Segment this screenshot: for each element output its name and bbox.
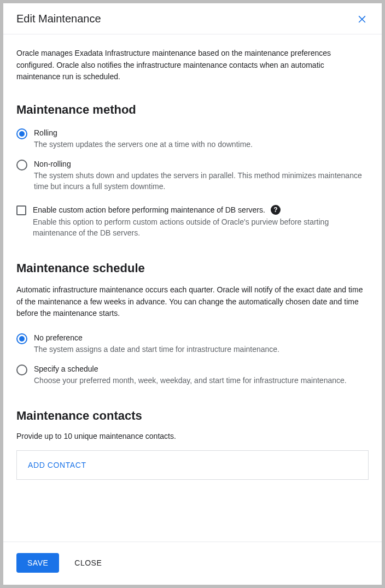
close-button[interactable]: CLOSE	[74, 558, 102, 567]
specify-schedule-option[interactable]: Specify a schedule Choose your preferred…	[16, 362, 369, 392]
rolling-desc: The system updates the servers one at a …	[34, 139, 253, 150]
custom-action-checkbox[interactable]	[16, 205, 26, 215]
maintenance-method-heading: Maintenance method	[16, 103, 369, 117]
nonrolling-desc: The system shuts down and updates the se…	[34, 170, 369, 192]
no-preference-desc: The system assigns a date and start time…	[34, 344, 279, 355]
custom-action-label: Enable custom action before performing m…	[33, 205, 265, 215]
specify-schedule-desc: Choose your preferred month, week, weekd…	[34, 375, 347, 386]
save-button[interactable]: SAVE	[16, 553, 59, 573]
dialog-header: Edit Maintenance	[3, 3, 382, 34]
nonrolling-label: Non-rolling	[34, 159, 369, 169]
help-icon[interactable]: ?	[271, 205, 281, 215]
maintenance-method-section: Maintenance method Rolling The system up…	[16, 103, 369, 245]
maintenance-contacts-section: Maintenance contacts Provide up to 10 un…	[16, 409, 369, 480]
custom-action-desc: Enable this option to perform custom act…	[33, 216, 369, 239]
specify-schedule-radio[interactable]	[16, 364, 27, 375]
maintenance-method-options: Rolling The system updates the servers o…	[16, 126, 369, 245]
schedule-intro: Automatic infrastructure maintenance occ…	[16, 284, 369, 320]
rolling-label: Rolling	[34, 128, 253, 138]
dialog-footer: SAVE CLOSE	[3, 542, 382, 585]
edit-maintenance-dialog: Edit Maintenance Oracle manages Exadata …	[3, 3, 382, 585]
maintenance-schedule-options: No preference The system assigns a date …	[16, 331, 369, 392]
maintenance-contacts-heading: Maintenance contacts	[16, 409, 369, 423]
maintenance-schedule-heading: Maintenance schedule	[16, 261, 369, 275]
dialog-title: Edit Maintenance	[16, 13, 101, 25]
no-preference-option[interactable]: No preference The system assigns a date …	[16, 331, 369, 361]
contacts-intro: Provide up to 10 unique maintenance cont…	[16, 432, 369, 440]
custom-action-option[interactable]: Enable custom action before performing m…	[16, 198, 369, 245]
intro-text: Oracle manages Exadata Infrastructure ma…	[16, 48, 369, 83]
no-preference-radio[interactable]	[16, 333, 27, 344]
add-contact-button[interactable]: ADD CONTACT	[16, 450, 369, 480]
rolling-option[interactable]: Rolling The system updates the servers o…	[16, 126, 369, 156]
close-icon	[357, 13, 368, 24]
maintenance-schedule-section: Maintenance schedule Automatic infrastru…	[16, 261, 369, 392]
specify-schedule-label: Specify a schedule	[34, 364, 347, 374]
close-icon-button[interactable]	[354, 11, 370, 26]
nonrolling-radio[interactable]	[16, 160, 27, 170]
dialog-body: Oracle manages Exadata Infrastructure ma…	[3, 34, 382, 542]
nonrolling-option[interactable]: Non-rolling The system shuts down and up…	[16, 157, 369, 199]
rolling-radio[interactable]	[16, 128, 27, 139]
no-preference-label: No preference	[34, 333, 279, 343]
